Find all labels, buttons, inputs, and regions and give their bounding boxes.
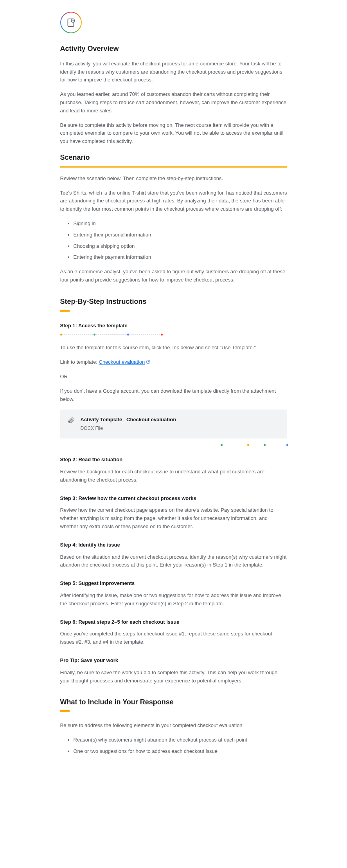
overview-heading: Activity Overview [60,43,287,54]
paperclip-icon [67,417,74,424]
heading-accent [60,710,70,712]
attachment-subtitle: DOCX File [81,425,176,432]
divider-dots-right [221,444,287,446]
overview-p2: As you learned earlier, around 70% of cu… [60,90,287,115]
step3-p: Review how the current checkout page app… [60,506,287,531]
external-link-icon [146,360,150,364]
scenario-points: Signing in Entering their personal infor… [60,220,287,262]
include-heading: What to Include in Your Response [60,697,287,708]
attachment-title: Activity Template_ Checkout evaluation [81,416,176,424]
activity-logo [60,12,82,33]
step1-p1: To use the template for this course item… [60,344,287,352]
steps-heading: Step-By-Step Instructions [60,296,287,307]
step4-title: Step 4: Identify the issue [60,541,287,549]
protip-title: Pro Tip: Save your work [60,657,287,665]
document-time-icon [66,18,76,28]
list-item: Reason(s) why customers might abandon th… [74,736,287,744]
step2-title: Step 2: Read the situation [60,456,287,464]
step6-title: Step 6: Repeat steps 2–5 for each checko… [60,618,287,626]
divider-dots [60,334,162,335]
list-item: Signing in [74,220,287,228]
template-link-text: Checkout evaluation [99,359,145,365]
scenario-p1: Tee's Shirts, which is the online T-shir… [60,189,287,213]
list-item: Choosing a shipping option [74,242,287,251]
step1-title: Step 1: Access the template [60,322,287,330]
link-prefix: Link to template: [60,359,99,365]
heading-accent [60,310,70,312]
list-item: Entering their payment information [74,253,287,262]
scenario-p2: As an e-commerce analyst, you've been as… [60,268,287,284]
step2-p: Review the background for each checkout … [60,468,287,484]
attachment-card[interactable]: Activity Template_ Checkout evaluation D… [60,410,287,439]
step1-or: OR [60,373,287,381]
step1-p2: If you don't have a Google account, you … [60,387,287,404]
template-link[interactable]: Checkout evaluation [99,359,151,365]
include-intro: Be sure to address the following element… [60,722,287,730]
step5-title: Step 5: Suggest improvements [60,579,287,588]
step3-title: Step 3: Review how the current checkout … [60,494,287,503]
protip-p: Finally, be sure to save the work you di… [60,669,287,685]
scenario-heading: Scenario [60,152,287,168]
step1-link-line: Link to template: Checkout evaluation [60,358,287,366]
step5-p: After identifying the issue, make one or… [60,592,287,608]
scenario-intro: Review the scenario below. Then complete… [60,175,287,183]
list-item: One or two suggestions for how to addres… [74,747,287,756]
step6-p: Once you've completed the steps for chec… [60,630,287,646]
include-list: Reason(s) why customers might abandon th… [60,736,287,756]
overview-p1: In this activity, you will evaluate the … [60,60,287,84]
step4-p: Based on the situation and the current c… [60,553,287,570]
list-item: Entering their personal information [74,231,287,239]
overview-p3: Be sure to complete this activity before… [60,121,287,146]
